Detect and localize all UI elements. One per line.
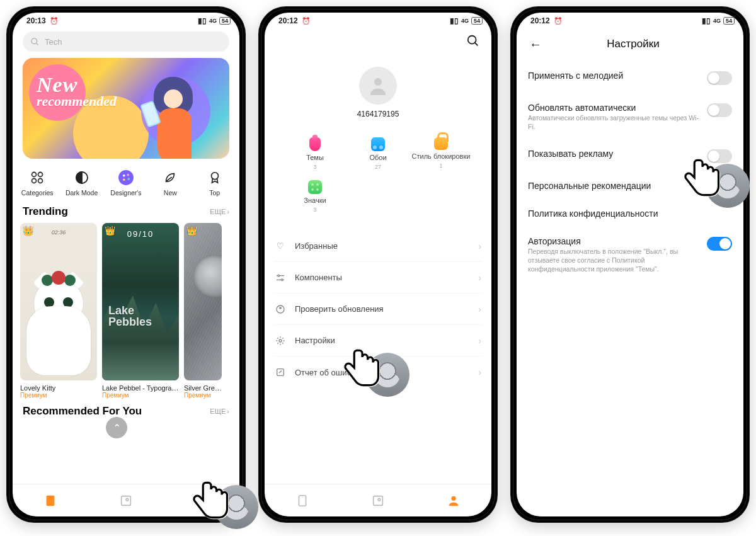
svg-point-11: [123, 178, 125, 181]
svg-point-2: [32, 173, 37, 177]
stat-themes[interactable]: Темы3: [284, 132, 346, 175]
stat-wallpapers[interactable]: Обои27: [346, 132, 410, 175]
menu-settings[interactable]: Настройки›: [275, 325, 481, 356]
setting-show-ads[interactable]: Показывать рекламу: [528, 140, 732, 172]
svg-point-29: [378, 498, 381, 501]
toggle[interactable]: [707, 103, 732, 117]
theme-card-kitty[interactable]: 02:36 👑 Lovely Kitty Премиум: [20, 223, 97, 399]
tab-themes[interactable]: [265, 484, 340, 516]
gear-icon: [275, 335, 286, 346]
phone-2: 20:12⏰ ▮▯4G54 4164179195 Темы3 Обои27 Ст…: [258, 6, 498, 523]
crown-icon: 👑: [23, 225, 33, 236]
status-bar: 20:12⏰ ▮▯4G54: [265, 13, 491, 29]
toggle[interactable]: [707, 237, 732, 251]
svg-line-1: [36, 43, 38, 45]
trending-more[interactable]: ЕЩЕ ›: [210, 208, 229, 215]
svg-point-12: [211, 173, 218, 180]
wallpaper-icon: [371, 137, 385, 151]
search-input[interactable]: Tech: [23, 31, 229, 52]
svg-point-3: [38, 173, 43, 177]
svg-point-4: [32, 179, 37, 183]
recommended-more[interactable]: ЕЩЕ ›: [210, 408, 229, 415]
nav-designers[interactable]: Designer's: [106, 169, 146, 197]
back-button[interactable]: ←: [527, 35, 544, 53]
setting-privacy[interactable]: Политика конфиденциальности: [528, 200, 732, 227]
tab-profile[interactable]: [416, 484, 491, 516]
phone-1: 20:13⏰ ▮▯4G54 Tech New recommended Categ…: [6, 6, 246, 523]
alarm-icon: ⏰: [50, 17, 59, 25]
recommended-heading: Recommended For You: [23, 405, 142, 418]
svg-point-16: [199, 496, 203, 500]
chevron-right-icon: ›: [227, 208, 229, 215]
signal-icon: ▮▯: [198, 16, 207, 25]
phone-3: 20:12⏰ ▮▯4G54 ← Настройки Применять с ме…: [510, 6, 750, 523]
stat-icons[interactable]: Значки3: [284, 175, 346, 218]
tab-themes[interactable]: [13, 484, 88, 516]
leaf-icon: [161, 169, 179, 186]
nav-new[interactable]: New: [151, 169, 190, 197]
ghost-avatar-icon: [706, 164, 750, 208]
nav-categories[interactable]: Categories: [18, 169, 57, 197]
theme-date: 09/10: [102, 229, 179, 239]
ghost-avatar-icon: [365, 353, 410, 397]
themes-icon: [309, 137, 321, 151]
scroll-up-button[interactable]: ⌃: [106, 417, 127, 438]
menu-update[interactable]: Проверить обновления›: [275, 294, 481, 325]
nav-darkmode[interactable]: Dark Mode: [62, 169, 101, 197]
chevron-right-icon: ›: [478, 241, 481, 251]
svg-point-17: [468, 36, 476, 44]
user-icon: [367, 74, 389, 97]
icons-icon: [308, 180, 322, 194]
search-icon: [466, 34, 480, 48]
nav-top[interactable]: Top: [195, 169, 234, 197]
menu-components[interactable]: Компоненты›: [275, 262, 481, 294]
stat-lockstyle[interactable]: Стиль блокировки1: [410, 132, 472, 175]
chevron-right-icon: ›: [227, 408, 229, 415]
setting-authorization[interactable]: АвторизацияПереводя выключатель в положе…: [528, 227, 732, 282]
battery-icon: 54: [219, 17, 231, 25]
heart-icon: ♡: [275, 241, 286, 252]
search-button[interactable]: [466, 34, 480, 50]
ribbon-icon: [206, 169, 224, 186]
arrow-left-icon: ←: [529, 37, 542, 52]
banner-hero[interactable]: New recommended: [23, 58, 229, 159]
theme-card-silver[interactable]: 👑 Silver Grey v11 Премиум: [184, 223, 222, 399]
toggle[interactable]: [707, 149, 732, 163]
tab-wallpaper[interactable]: [340, 484, 416, 516]
svg-point-25: [279, 339, 282, 342]
tab-wallpaper[interactable]: [88, 484, 164, 516]
setting-melody[interactable]: Применять с мелодией: [528, 62, 732, 94]
svg-rect-27: [299, 495, 306, 506]
setting-recommendations[interactable]: Персональные рекомендации: [528, 172, 732, 200]
svg-point-30: [451, 496, 455, 500]
categories-icon: [28, 169, 46, 186]
svg-rect-13: [47, 495, 55, 506]
chevron-right-icon: ›: [478, 304, 481, 314]
svg-point-21: [278, 275, 280, 277]
chevron-right-icon: ›: [478, 273, 481, 283]
avatar[interactable]: [359, 67, 397, 105]
svg-point-9: [127, 174, 129, 176]
user-id: 4164179195: [265, 110, 491, 118]
svg-point-23: [281, 279, 283, 281]
darkmode-icon: [73, 169, 91, 186]
edit-icon: [275, 367, 286, 378]
status-bar: 20:12⏰ ▮▯4G54: [517, 13, 743, 29]
lock-icon: [434, 137, 448, 150]
trending-heading: Trending: [23, 205, 68, 218]
page-title: Настройки: [551, 38, 716, 50]
search-placeholder: Tech: [45, 37, 62, 47]
svg-point-0: [32, 38, 37, 43]
setting-auto-update[interactable]: Обновлять автоматическиАвтоматически обн…: [528, 94, 732, 140]
svg-point-8: [123, 174, 125, 177]
toggle[interactable]: [707, 71, 732, 85]
svg-point-5: [38, 179, 43, 183]
theme-card-lake[interactable]: 👑 09/10 LakePebbles Lake Pebbel - Typogr…: [102, 223, 179, 399]
svg-point-15: [126, 498, 129, 501]
sliders-icon: [275, 272, 286, 283]
designers-icon: [117, 169, 135, 186]
banner-line1: New: [37, 76, 117, 95]
chevron-right-icon: ›: [478, 367, 481, 377]
menu-favorites[interactable]: ♡Избранные›: [275, 231, 481, 262]
crown-icon: 👑: [186, 225, 197, 236]
